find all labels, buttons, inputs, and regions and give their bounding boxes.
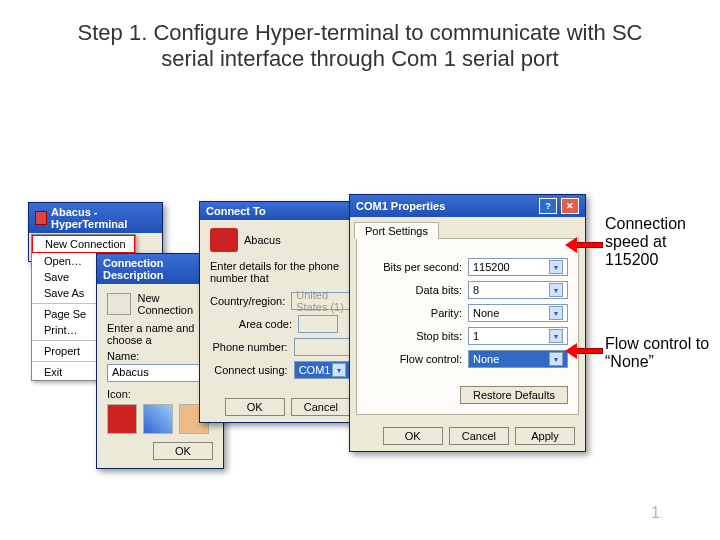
chevron-down-icon: ▾ [549,329,563,343]
chevron-down-icon: ▾ [549,260,563,274]
prompt-text: Enter a name and choose a [107,322,213,346]
com1-titlebar: COM1 Properties ? ✕ [350,195,585,217]
flow-label: Flow control: [367,353,462,365]
connect-prompt: Enter details for the phone number that [210,260,351,284]
tab-strip: Port Settings [350,217,585,238]
button-row: OK Cancel [200,392,361,422]
slide-title: Step 1. Configure Hyper-terminal to comm… [0,0,720,72]
connect-to-titlebar: Connect To [200,202,361,220]
close-button[interactable]: ✕ [561,198,579,214]
speed-callout: Connection speed at 115200 [605,215,715,269]
bits-label: Bits per second: [367,261,462,273]
port-settings-group: Bits per second:115200▾ Data bits:8▾ Par… [356,238,579,415]
name-input[interactable]: Abacus [107,364,207,382]
hyperterminal-title: Abacus - HyperTerminal [51,206,156,230]
phone-input[interactable] [294,338,351,356]
hyperterminal-titlebar: Abacus - HyperTerminal [29,203,162,233]
ok-button[interactable]: OK [153,442,213,460]
connect-to-dialog: Connect To Abacus Enter details for the … [199,201,362,423]
area-label: Area code: [210,318,292,330]
cancel-button[interactable]: Cancel [449,427,509,445]
parity-select[interactable]: None▾ [468,304,568,322]
ok-button[interactable]: OK [225,398,285,416]
country-label: Country/region: [210,295,285,307]
data-select[interactable]: 8▾ [468,281,568,299]
page-number: 1 [651,504,660,522]
arrow-icon [565,237,603,253]
name-label: Name: [107,350,213,362]
chevron-down-icon: ▾ [549,306,563,320]
country-select[interactable]: United States (1) [291,292,351,310]
ok-button[interactable]: OK [383,427,443,445]
stop-select[interactable]: 1▾ [468,327,568,345]
flow-callout: Flow control to “None” [605,335,715,371]
icon-picker[interactable] [107,404,213,434]
connect-header: Abacus [244,234,281,246]
chevron-down-icon: ▾ [332,363,346,377]
bits-select[interactable]: 115200▾ [468,258,568,276]
icon-option[interactable] [107,404,137,434]
area-input[interactable] [298,315,338,333]
menu-new-connection[interactable]: New Connection [32,235,135,253]
using-label: Connect using: [210,364,288,376]
apply-button[interactable]: Apply [515,427,575,445]
tab-port-settings[interactable]: Port Settings [354,222,439,239]
flow-select[interactable]: None▾ [468,350,568,368]
new-connection-icon [107,293,131,315]
connect-using-select[interactable]: COM1▾ [294,361,351,379]
cancel-button[interactable]: Cancel [291,398,351,416]
help-button[interactable]: ? [539,198,557,214]
chevron-down-icon: ▾ [549,283,563,297]
icon-label: Icon: [107,388,213,400]
phone-label: Phone number: [210,341,288,353]
chevron-down-icon: ▾ [549,352,563,366]
button-row: OK Cancel Apply [350,421,585,451]
arrow-icon [565,343,603,359]
app-icon [35,211,47,225]
connect-to-title: Connect To [206,205,266,217]
com1-title: COM1 Properties [356,200,445,212]
parity-label: Parity: [367,307,462,319]
dialog-body: Abacus Enter details for the phone numbe… [200,220,361,392]
data-label: Data bits: [367,284,462,296]
icon-option[interactable] [143,404,173,434]
stop-label: Stop bits: [367,330,462,342]
com1-properties-dialog: COM1 Properties ? ✕ Port Settings Bits p… [349,194,586,452]
restore-defaults-button[interactable]: Restore Defaults [460,386,568,404]
phone-icon [210,228,238,252]
